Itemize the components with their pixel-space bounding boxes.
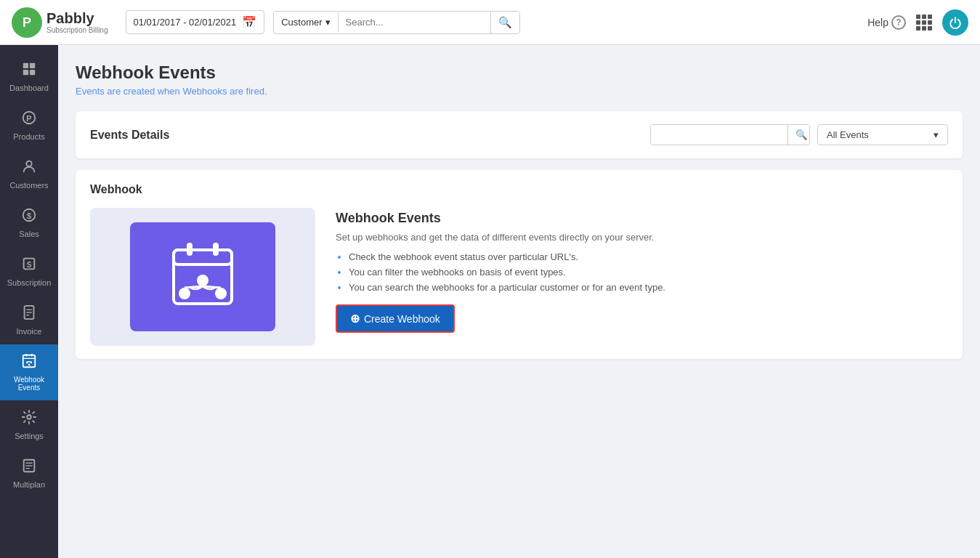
svg-rect-31 (187, 243, 193, 256)
sidebar-dashboard-label: Dashboard (9, 84, 49, 92)
date-range-button[interactable]: 01/01/2017 - 02/01/2021 📅 (126, 10, 265, 34)
events-search-button[interactable]: 🔍 (787, 125, 810, 145)
svg-text:S: S (27, 261, 32, 269)
help-label: Help (867, 17, 888, 28)
webhook-card: Webhook (76, 170, 963, 359)
logo: P Pabbly Subscription Billing (12, 7, 108, 38)
main-content: Webhook Events Events are created when W… (58, 45, 980, 558)
webhook-events-icon (21, 353, 37, 373)
svg-point-34 (179, 288, 190, 299)
svg-text:P: P (23, 15, 31, 30)
svg-rect-2 (23, 63, 28, 68)
sidebar-invoice-label: Invoice (17, 327, 42, 336)
power-button[interactable] (942, 9, 968, 36)
calendar-icon: 📅 (242, 15, 256, 29)
dropdown-arrow-icon: ▾ (325, 17, 331, 28)
events-details-card: Events Details 🔍 All Events ▾ (76, 111, 963, 158)
brand-name: Pabbly (46, 10, 108, 26)
create-webhook-label: Create Webhook (364, 313, 440, 325)
events-details-row: Events Details 🔍 All Events ▾ (90, 124, 948, 145)
svg-rect-20 (31, 354, 33, 357)
settings-icon (21, 409, 37, 429)
create-webhook-button[interactable]: ⊕ Create Webhook (336, 304, 455, 333)
page-subtitle: Events are created when Webhooks are fir… (76, 86, 963, 97)
customer-dropdown-label: Customer (281, 17, 322, 28)
help-button[interactable]: Help ? (867, 15, 906, 30)
top-header: P Pabbly Subscription Billing 01/01/2017… (0, 0, 980, 45)
search-input[interactable] (339, 12, 491, 32)
svg-rect-3 (30, 63, 35, 68)
sidebar-item-settings[interactable]: Settings (0, 400, 58, 449)
svg-text:P: P (26, 114, 31, 123)
svg-rect-5 (30, 70, 35, 75)
dashboard-icon (21, 61, 37, 81)
multiplan-icon (21, 458, 37, 477)
svg-rect-4 (23, 70, 28, 75)
subscription-icon: S (21, 256, 37, 275)
sidebar-item-invoice[interactable]: Invoice (0, 296, 58, 344)
svg-rect-30 (174, 250, 232, 264)
webhook-image-container (90, 208, 315, 346)
svg-point-33 (197, 275, 208, 286)
layout: Dashboard P Products Customers (0, 45, 980, 558)
events-search-input[interactable] (651, 125, 787, 145)
sidebar-item-subscription[interactable]: S Subscription (0, 247, 58, 296)
sidebar: Dashboard P Products Customers (0, 45, 58, 558)
svg-rect-19 (25, 354, 27, 357)
svg-point-23 (28, 364, 31, 366)
svg-point-24 (27, 415, 31, 419)
events-details-title: Events Details (90, 129, 169, 142)
invoice-icon (21, 304, 37, 324)
sidebar-item-dashboard[interactable]: Dashboard (0, 52, 58, 101)
search-button[interactable]: 🔍 (490, 12, 519, 33)
svg-text:$: $ (27, 211, 31, 220)
customer-dropdown[interactable]: Customer ▾ (274, 12, 338, 32)
brand-sub: Subscription Billing (46, 26, 108, 34)
pabbly-logo-icon: P (12, 7, 42, 38)
webhook-svg-icon (163, 237, 243, 317)
help-circle-icon: ? (891, 15, 906, 30)
products-icon: P (21, 110, 37, 129)
sidebar-settings-label: Settings (15, 432, 44, 440)
events-right: 🔍 All Events ▾ (650, 124, 948, 145)
webhook-image-inner (130, 222, 275, 331)
sidebar-webhook-label: WebhookEvents (14, 376, 44, 392)
sidebar-item-sales[interactable]: $ Sales (0, 198, 58, 247)
bullet-1: Check the webhook event status over part… (349, 251, 948, 262)
date-range-value: 01/01/2017 - 02/01/2021 (134, 17, 237, 28)
webhook-section-title: Webhook (90, 183, 948, 196)
sidebar-item-customers[interactable]: Customers (0, 150, 58, 198)
sales-icon: $ (21, 207, 37, 227)
webhook-bullets: Check the webhook event status over part… (336, 251, 948, 293)
events-search-box: 🔍 (650, 124, 810, 145)
all-events-label: All Events (827, 129, 869, 140)
webhook-inner: Webhook Events Set up webhooks and get t… (90, 208, 948, 346)
dropdown-chevron-icon: ▾ (934, 129, 939, 140)
bullet-2: You can filter the webhooks on basis of … (349, 267, 948, 278)
customers-icon (21, 158, 37, 178)
sidebar-item-products[interactable]: P Products (0, 101, 58, 150)
webhook-description: Set up webhooks and get the data of diff… (336, 232, 948, 243)
svg-rect-32 (213, 243, 219, 256)
sidebar-sales-label: Sales (19, 230, 39, 238)
sidebar-item-multiplan[interactable]: Multiplan (0, 449, 58, 498)
grid-apps-icon[interactable] (916, 15, 932, 31)
svg-point-8 (26, 161, 31, 166)
sidebar-subscription-label: Subscription (7, 278, 52, 287)
logo-text: Pabbly Subscription Billing (46, 10, 108, 34)
svg-point-21 (26, 361, 28, 363)
plus-icon: ⊕ (350, 312, 360, 326)
bullet-3: You can search the webhooks for a partic… (349, 282, 948, 293)
header-right: Help ? (867, 9, 968, 36)
svg-point-22 (30, 361, 32, 363)
sidebar-customers-label: Customers (9, 181, 48, 190)
page-title: Webhook Events (76, 62, 963, 83)
sidebar-multiplan-label: Multiplan (13, 480, 45, 489)
sidebar-item-webhook-events[interactable]: WebhookEvents (0, 344, 58, 400)
webhook-content-title: Webhook Events (336, 211, 948, 226)
webhook-content: Webhook Events Set up webhooks and get t… (336, 208, 948, 333)
search-area: Customer ▾ 🔍 (273, 11, 520, 34)
sidebar-products-label: Products (13, 132, 44, 141)
svg-point-35 (215, 288, 227, 299)
all-events-dropdown[interactable]: All Events ▾ (817, 124, 948, 145)
